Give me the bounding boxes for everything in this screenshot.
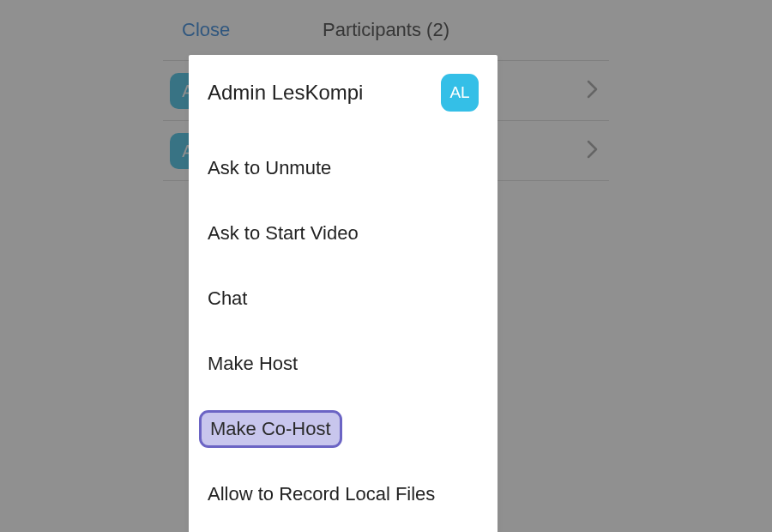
action-label: Make Co-Host [199, 410, 342, 448]
action-label: Allow to Record Local Files [208, 483, 435, 505]
ask-to-unmute-action[interactable]: Ask to Unmute [189, 136, 498, 201]
chevron-right-icon [587, 139, 599, 163]
action-label: Chat [208, 287, 247, 310]
make-co-host-action[interactable]: Make Co-Host [189, 396, 498, 462]
action-label: Ask to Start Video [208, 222, 359, 245]
participant-action-sheet: Admin LesKompi AL Ask to Unmute Ask to S… [189, 55, 498, 532]
action-label: Make Host [208, 353, 298, 375]
close-button[interactable]: Close [182, 19, 230, 41]
chat-action[interactable]: Chat [189, 266, 498, 331]
avatar: AL [441, 74, 479, 112]
ask-to-start-video-action[interactable]: Ask to Start Video [189, 201, 498, 266]
allow-to-record-action[interactable]: Allow to Record Local Files [189, 462, 498, 527]
sheet-header: Admin LesKompi AL [189, 58, 498, 136]
participant-name-label: Admin LesKompi [208, 81, 441, 105]
avatar-initials: AL [449, 83, 469, 102]
chevron-right-icon [587, 79, 599, 103]
participants-title: Participants (2) [323, 19, 449, 41]
action-label: Ask to Unmute [208, 157, 331, 179]
make-host-action[interactable]: Make Host [189, 331, 498, 396]
